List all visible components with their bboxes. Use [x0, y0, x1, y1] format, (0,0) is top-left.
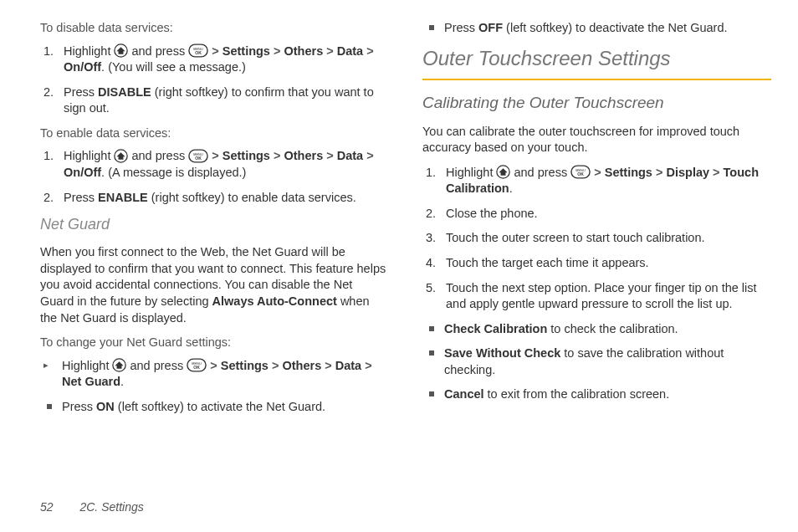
- menu-ok-icon: [188, 149, 208, 163]
- list-item: 2. Press DISABLE (right softkey) to conf…: [55, 84, 389, 117]
- net-guard-heading: Net Guard: [40, 214, 389, 234]
- list-item: Cancel to exit from the calibration scre…: [437, 386, 771, 403]
- section-divider: [422, 79, 771, 80]
- section-label: 2C. Settings: [79, 500, 143, 514]
- home-icon: [114, 43, 128, 58]
- list-item: 4.Touch the target each time it appears.: [437, 255, 771, 272]
- net-guard-bullet-list: Highlight and press > Settings > Others …: [40, 358, 389, 391]
- home-icon: [496, 165, 510, 179]
- disable-steps: 1. Highlight and press > Settings > Othe…: [40, 43, 389, 117]
- net-guard-on-list: Press ON (left softkey) to activate the …: [40, 399, 389, 416]
- home-icon: [114, 149, 128, 163]
- list-item: 2.Close the phone.: [437, 206, 771, 223]
- calibration-options: Check Calibration to check the calibrati…: [422, 321, 771, 403]
- calibration-steps: 1. Highlight and press > Settings > Disp…: [422, 165, 771, 313]
- list-item: 5.Touch the next step option. Place your…: [437, 280, 771, 313]
- menu-ok-icon: [570, 165, 591, 179]
- calib-intro: You can calibrate the outer touchscreen …: [422, 124, 771, 156]
- list-item: Highlight and press > Settings > Others …: [55, 358, 389, 391]
- enable-steps: 1. Highlight and press > Settings > Othe…: [40, 148, 389, 206]
- net-guard-para: When you first connect to the Web, the N…: [40, 244, 389, 326]
- list-item: Press ON (left softkey) to activate the …: [55, 399, 389, 416]
- list-item: 1. Highlight and press > Settings > Othe…: [55, 43, 389, 76]
- list-item: Save Without Check to save the calibrati…: [437, 345, 771, 378]
- list-item: 1. Highlight and press > Settings > Disp…: [437, 165, 771, 197]
- disable-intro: To disable data services:: [40, 20, 389, 37]
- net-guard-off-list: Press OFF (left softkey) to deactivate t…: [422, 20, 771, 37]
- list-item: Press OFF (left softkey) to deactivate t…: [437, 20, 771, 37]
- page-number: 52: [40, 500, 54, 514]
- left-column: To disable data services: 1. Highlight a…: [40, 20, 389, 423]
- enable-intro: To enable data services:: [40, 125, 389, 142]
- page-footer: 52 2C. Settings: [40, 499, 144, 515]
- right-column: Press OFF (left softkey) to deactivate t…: [422, 20, 771, 423]
- calibrating-heading: Calibrating the Outer Touchscreen: [422, 92, 771, 114]
- menu-ok-icon: [188, 43, 208, 58]
- page-columns: To disable data services: 1. Highlight a…: [40, 20, 771, 423]
- list-item: Check Calibration to check the calibrati…: [437, 321, 771, 338]
- list-item: 3.Touch the outer screen to start touch …: [437, 230, 771, 247]
- net-guard-change-intro: To change your Net Guard settings:: [40, 335, 389, 351]
- list-item: 1. Highlight and press > Settings > Othe…: [55, 148, 389, 181]
- list-item: 2. Press ENABLE (right softkey) to enabl…: [55, 190, 389, 207]
- menu-ok-icon: [187, 358, 207, 372]
- home-icon: [112, 358, 126, 372]
- outer-touchscreen-heading: Outer Touchscreen Settings: [422, 45, 771, 72]
